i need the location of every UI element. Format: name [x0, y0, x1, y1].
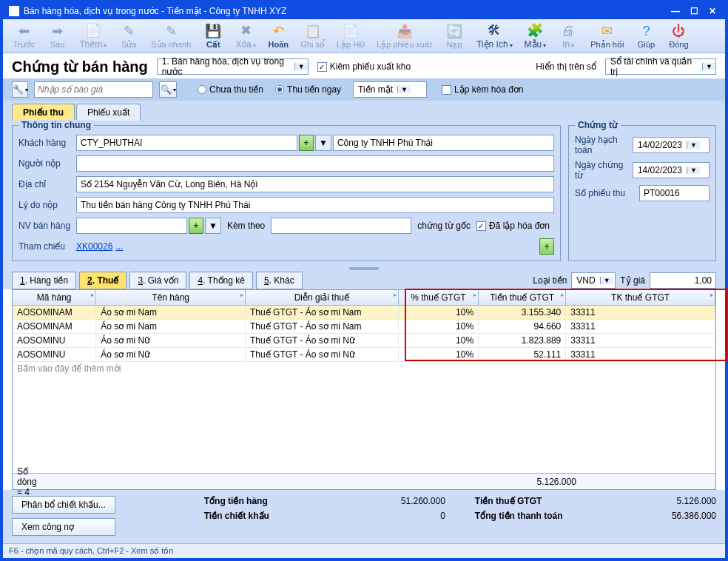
tab-khac[interactable]: 5. Khác: [256, 272, 303, 289]
template-button[interactable]: 🧩Mẫu▾: [519, 21, 553, 51]
quick-edit-button[interactable]: ✎Sửa nhanh: [145, 21, 197, 51]
da-lap-hd-checkbox[interactable]: ✓ Đã lập hóa đơn: [476, 221, 550, 231]
tab-phieu-xuat[interactable]: Phiếu xuất: [76, 104, 141, 121]
reload-button[interactable]: 🔄Nạp: [438, 21, 471, 51]
search-button[interactable]: 🔍▾: [159, 81, 177, 98]
undo-icon: ↶: [270, 23, 286, 39]
minimize-button[interactable]: —: [668, 6, 683, 16]
currency-dropdown[interactable]: VND▼: [571, 272, 616, 289]
tab-phieu-thu[interactable]: Phiếu thu: [12, 104, 75, 121]
edit-button[interactable]: ✎Sửa: [112, 21, 145, 51]
chevron-down-icon: ▼: [397, 86, 411, 93]
collect-now-radio[interactable]: Thu tiền ngay: [275, 84, 341, 95]
chevron-down-icon[interactable]: ▼: [205, 218, 221, 234]
calendar-icon: ▼: [687, 141, 700, 149]
chevron-down-icon[interactable]: ▼: [315, 135, 331, 151]
total-tax-value: 5.126.000: [642, 496, 716, 506]
payer-input[interactable]: [76, 155, 554, 172]
calendar-icon: ▼: [687, 167, 700, 174]
add-salesperson-button[interactable]: +: [189, 218, 203, 234]
search-icon: 🔍: [161, 84, 172, 95]
receipt-number-input[interactable]: [639, 185, 710, 201]
feedback-button[interactable]: ✉Phản hồi: [584, 21, 630, 51]
salesperson-input[interactable]: [76, 218, 187, 234]
total-payment-value: 56.386.000: [642, 511, 716, 521]
table-row[interactable]: AOSOMINUÁo sơ mi NữThuế GTGT - Áo sơ mi …: [13, 334, 715, 348]
undo-button[interactable]: ↶Hoãn: [262, 21, 294, 50]
reason-input[interactable]: [76, 197, 554, 213]
record-button[interactable]: 📋Ghi sổ: [294, 21, 331, 51]
save-button[interactable]: 💾Cất: [197, 21, 229, 51]
main-toolbar: ⬅Trước ➡Sau 📄Thêm▾ ✎Sửa ✎Sửa nhanh 💾Cất …: [3, 19, 725, 53]
print-button[interactable]: 🖨In▾: [552, 21, 584, 51]
splitter[interactable]: [3, 266, 725, 272]
customer-name-input[interactable]: [333, 135, 554, 151]
next-button[interactable]: ➡Sau: [41, 21, 73, 50]
kiem-phieu-checkbox[interactable]: ✓ Kiêm phiếu xuất kho: [317, 61, 411, 72]
tab-gia-von[interactable]: 3. Giá vốn: [129, 272, 186, 289]
display-book-dropdown[interactable]: Sổ tài chính và quản trị▼: [605, 58, 716, 75]
utilities-button[interactable]: 🛠Tiện ích▾: [471, 21, 519, 51]
reload-icon: 🔄: [446, 23, 462, 39]
add-customer-button[interactable]: +: [299, 135, 314, 151]
help-icon: ?: [638, 23, 654, 39]
col-tk-thue[interactable]: TK thuế GTGT▸: [566, 290, 715, 305]
tab-thong-ke[interactable]: 4. Thống kê: [189, 272, 253, 289]
quick-edit-icon: ✎: [163, 23, 179, 39]
help-button[interactable]: ?Giúp: [630, 21, 662, 50]
plus-icon: +: [193, 221, 198, 231]
add-button[interactable]: 📄Thêm▾: [73, 21, 112, 51]
col-ma-hang[interactable]: Mã hàng▸: [13, 290, 96, 305]
tab-hang-tien[interactable]: 1. Hàng tiền: [12, 272, 76, 289]
pin-icon: ▸: [710, 292, 713, 298]
not-collected-radio[interactable]: Chưa thu tiền: [198, 84, 263, 95]
view-debt-button[interactable]: Xem công nợ: [12, 518, 115, 536]
plus-icon: +: [544, 241, 549, 252]
add-reference-button[interactable]: +: [539, 238, 554, 255]
accounting-date-input[interactable]: 14/02/2023▼: [633, 137, 710, 153]
reference-more-link[interactable]: ...: [115, 241, 123, 252]
col-dien-giai[interactable]: Diễn giải thuế▸: [246, 290, 399, 305]
col-pthue[interactable]: % thuế GTGT▸: [399, 290, 479, 305]
table-row[interactable]: AOSOMINAMÁo sơ mi NamThuế GTGT - Áo sơ m…: [13, 306, 715, 320]
chevron-down-icon: ▼: [600, 277, 613, 284]
add-row-hint[interactable]: Bấm vào đây để thêm mới: [13, 362, 715, 375]
document-date-input[interactable]: 14/02/2023▼: [633, 162, 710, 178]
invoice-button[interactable]: 📄Lập HĐ: [331, 21, 371, 51]
lapkem-checkbox[interactable]: Lập kèm hóa đơn: [442, 84, 523, 95]
prev-button[interactable]: ⬅Trước: [7, 21, 41, 51]
delete-button[interactable]: ✖Xóa▾: [229, 21, 262, 51]
titlebar: Bán hàng hóa, dịch vụ trong nước - Tiền …: [3, 3, 725, 19]
settings-dropdown[interactable]: 🔧▾: [12, 81, 28, 98]
customer-code-input[interactable]: [76, 135, 297, 151]
wrench-icon: 🔧: [13, 84, 24, 95]
sale-type-dropdown[interactable]: 1. Bán hàng hóa, dịch vụ trong nước▼: [157, 58, 309, 75]
status-bar: F6 - chọn mã quy cách, Ctrl+F2 - Xem số …: [3, 543, 725, 558]
quote-search-input[interactable]: [34, 81, 153, 98]
table-row[interactable]: AOSOMINUÁo sơ mi NữThuế GTGT - Áo sơ mi …: [13, 348, 715, 362]
col-tien-thue[interactable]: Tiền thuế GTGT▸: [479, 290, 566, 305]
close-tool-button[interactable]: ⏻Đóng: [662, 21, 695, 50]
address-input[interactable]: [76, 176, 554, 192]
maximize-button[interactable]: ☐: [687, 6, 701, 16]
col-ten-hang[interactable]: Tên hàng▸: [96, 290, 246, 305]
arrow-left-icon: ⬅: [16, 23, 33, 39]
allocate-discount-button[interactable]: Phân bổ chiết khấu...: [12, 496, 115, 514]
tab-thue[interactable]: 2. Thuế: [79, 272, 127, 289]
print-icon: 🖨: [560, 22, 576, 38]
pin-icon: ▸: [240, 292, 243, 298]
edit-icon: ✎: [121, 23, 137, 39]
arrow-right-icon: ➡: [49, 23, 65, 39]
new-doc-icon: 📄: [85, 22, 101, 38]
attachment-input[interactable]: [271, 218, 411, 234]
chevron-down-icon: ▼: [294, 63, 308, 70]
pin-icon: ▸: [91, 292, 94, 298]
rate-input[interactable]: [650, 272, 716, 289]
discount-value: 0: [371, 511, 445, 521]
close-button[interactable]: ✕: [706, 6, 719, 16]
export-slip-button[interactable]: 📤Lập phiếu xuất: [371, 21, 438, 51]
invoice-icon: 📄: [343, 23, 359, 39]
table-row[interactable]: AOSOMINAMÁo sơ mi NamThuế GTGT - Áo sơ m…: [13, 320, 715, 334]
reference-link[interactable]: XK00026: [76, 241, 112, 252]
payment-method-dropdown[interactable]: Tiền mặt▼: [353, 81, 427, 98]
